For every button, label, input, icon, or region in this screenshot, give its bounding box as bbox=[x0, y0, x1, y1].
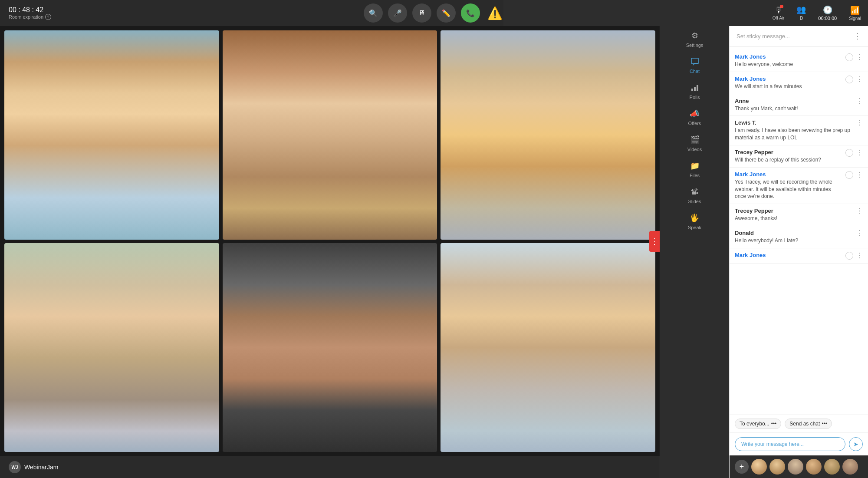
sidebar-polls-label: Polls bbox=[690, 95, 700, 100]
msg-more-btn-1[interactable]: ⋮ bbox=[856, 54, 863, 61]
msg-more-btn-2[interactable]: ⋮ bbox=[856, 76, 863, 83]
msg-text-1: Hello everyone, welcome bbox=[735, 61, 842, 68]
msg-text-5: Will there be a replay of this session? bbox=[735, 156, 842, 164]
sidebar-item-slides[interactable]: 📽 Slides bbox=[688, 187, 701, 204]
center-controls: 🔍 🎤 🖥 ✏️ 📞 ⚠️ bbox=[364, 3, 504, 23]
msg-select-circle-9[interactable] bbox=[845, 252, 853, 260]
sidebar-item-files[interactable]: 📁 Files bbox=[690, 161, 700, 178]
msg-select-circle-5[interactable] bbox=[845, 149, 853, 157]
settings-icon: ⚙ bbox=[690, 30, 700, 41]
participant-avatar-3[interactable] bbox=[788, 459, 803, 475]
msg-text-3: Thank you Mark, can't wait! bbox=[735, 105, 852, 112]
msg-content-5: Trecey Pepper Will there be a replay of … bbox=[735, 149, 842, 164]
polls-icon bbox=[690, 82, 700, 93]
room-expiration-label: Room expiration bbox=[9, 14, 43, 20]
msg-actions-6: ⋮ bbox=[845, 171, 863, 179]
sidebar-videos-label: Videos bbox=[687, 147, 702, 152]
duration-display: 00:00:00 bbox=[818, 16, 837, 21]
msg-content-4: Lewis T. I am ready. I have also been re… bbox=[735, 119, 852, 142]
msg-content-9: Mark Jones bbox=[735, 252, 842, 259]
files-icon: 📁 bbox=[690, 161, 700, 171]
msg-select-circle-1[interactable] bbox=[845, 53, 853, 61]
msg-sender-3: Anne bbox=[735, 98, 852, 104]
msg-more-btn-6[interactable]: ⋮ bbox=[856, 171, 863, 178]
chat-message-4: Lewis T. I am ready. I have also been re… bbox=[730, 116, 868, 145]
msg-text-8: Hello everybody! Am I late? bbox=[735, 237, 852, 244]
msg-select-circle-2[interactable] bbox=[845, 76, 853, 83]
top-bar: 00 : 48 : 42 Room expiration ? 🔍 🎤 🖥 ✏️ … bbox=[0, 0, 868, 26]
video-cell-3 bbox=[441, 30, 655, 240]
chat-message-8: Donald Hello everybody! Am I late? ⋮ bbox=[730, 226, 868, 248]
signal-stat[interactable]: 📶 Signal bbox=[849, 6, 861, 21]
video-cell-2 bbox=[223, 30, 437, 240]
chat-message-input[interactable] bbox=[735, 437, 845, 451]
msg-actions-1: ⋮ bbox=[845, 53, 863, 61]
participant-avatar-6[interactable] bbox=[842, 459, 858, 475]
off-air-stat[interactable]: 🎙 Off Air bbox=[773, 6, 785, 20]
svg-rect-1 bbox=[694, 87, 696, 91]
chat-input-area: ➤ bbox=[730, 433, 868, 455]
sidebar-item-settings[interactable]: ⚙ Settings bbox=[686, 30, 704, 48]
sidebar-item-polls[interactable]: Polls bbox=[690, 82, 700, 100]
chat-footer: To everybo... ••• Send as chat ••• ➤ bbox=[730, 415, 868, 455]
participant-avatar-4[interactable] bbox=[806, 459, 822, 475]
pen-button[interactable]: ✏️ bbox=[437, 3, 456, 23]
videos-icon: 🎬 bbox=[690, 135, 700, 145]
msg-select-circle-6[interactable] bbox=[845, 171, 853, 179]
chat-messages: Mark Jones Hello everyone, welcome ⋮ Mar… bbox=[730, 46, 868, 415]
send-message-button[interactable]: ➤ bbox=[849, 437, 863, 451]
offers-icon: 📣 bbox=[689, 109, 700, 119]
participant-avatar-5[interactable] bbox=[824, 459, 840, 475]
msg-content-1: Mark Jones Hello everyone, welcome bbox=[735, 53, 842, 68]
sidebar-item-speak[interactable]: 🖐 Speak bbox=[688, 213, 701, 230]
send-chat-more-icon: ••• bbox=[822, 421, 827, 427]
participant-avatar-2[interactable] bbox=[769, 459, 785, 475]
msg-actions-8: ⋮ bbox=[856, 230, 863, 237]
sidebar-item-videos[interactable]: 🎬 Videos bbox=[687, 135, 702, 152]
search-button[interactable]: 🔍 bbox=[364, 3, 383, 23]
sidebar-offers-label: Offers bbox=[688, 121, 701, 126]
video-cell-5 bbox=[223, 243, 437, 452]
send-arrow-icon: ➤ bbox=[853, 441, 858, 448]
msg-sender-8: Donald bbox=[735, 230, 852, 236]
msg-more-btn-9[interactable]: ⋮ bbox=[856, 252, 863, 259]
msg-sender-5: Trecey Pepper bbox=[735, 149, 842, 155]
msg-more-btn-8[interactable]: ⋮ bbox=[856, 230, 863, 237]
add-participant-button[interactable]: + bbox=[735, 460, 749, 474]
viewers-icon: 👥 bbox=[796, 5, 806, 14]
msg-text-2: We will start in a few minutes bbox=[735, 83, 842, 90]
msg-sender-6: Mark Jones bbox=[735, 171, 842, 178]
chat-message-1: Mark Jones Hello everyone, welcome ⋮ bbox=[730, 50, 868, 72]
msg-content-7: Trecey Pepper Awesome, thanks! bbox=[735, 208, 852, 222]
mic-button[interactable]: 🎤 bbox=[388, 3, 407, 23]
phone-button[interactable]: 📞 bbox=[461, 3, 480, 23]
help-icon[interactable]: ? bbox=[45, 14, 51, 20]
msg-content-2: Mark Jones We will start in a few minute… bbox=[735, 76, 842, 90]
msg-more-btn-7[interactable]: ⋮ bbox=[856, 208, 863, 214]
sidebar-item-chat[interactable]: Chat bbox=[690, 56, 700, 74]
msg-more-btn-4[interactable]: ⋮ bbox=[856, 119, 863, 126]
room-expiration: Room expiration ? bbox=[9, 14, 51, 20]
send-as-chat-button[interactable]: Send as chat ••• bbox=[785, 419, 832, 429]
signal-icon: 📶 bbox=[850, 6, 860, 15]
clock-icon: 🕐 bbox=[823, 5, 832, 15]
msg-sender-7: Trecey Pepper bbox=[735, 208, 852, 214]
avatar-row: + bbox=[730, 455, 868, 478]
speak-icon: 🖐 bbox=[689, 213, 700, 223]
recipient-selector[interactable]: To everybo... ••• bbox=[735, 419, 781, 429]
stats-bar: 🎙 Off Air 👥 0 🕐 00:00:00 📶 Signal bbox=[503, 0, 868, 26]
msg-more-btn-5[interactable]: ⋮ bbox=[856, 149, 863, 156]
red-tab-button[interactable]: ⋮ bbox=[649, 231, 660, 252]
viewers-stat[interactable]: 👥 0 bbox=[796, 5, 806, 21]
participant-avatar-1[interactable] bbox=[751, 459, 767, 475]
right-panel: ⚙ Settings Chat bbox=[660, 26, 868, 478]
svg-rect-0 bbox=[691, 89, 693, 91]
sticky-more-button[interactable]: ⋮ bbox=[853, 31, 861, 41]
sidebar-item-offers[interactable]: 📣 Offers bbox=[688, 109, 701, 126]
warning-button[interactable]: ⚠️ bbox=[485, 3, 504, 23]
duration-stat[interactable]: 🕐 00:00:00 bbox=[818, 5, 837, 21]
screen-share-button[interactable]: 🖥 bbox=[412, 3, 431, 23]
msg-actions-4: ⋮ bbox=[856, 119, 863, 126]
msg-more-btn-3[interactable]: ⋮ bbox=[856, 98, 863, 105]
msg-actions-7: ⋮ bbox=[856, 208, 863, 214]
